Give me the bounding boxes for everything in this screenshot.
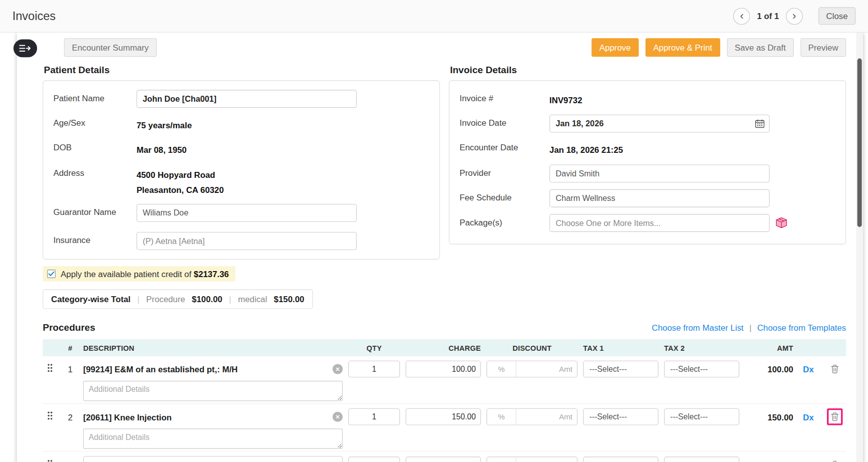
page-title: Invoices bbox=[13, 9, 56, 23]
insurance-label: Insurance bbox=[53, 232, 136, 245]
invoice-details-section: Invoice Details Invoice # INV9732 Invoic… bbox=[449, 65, 846, 260]
credit-amount: $2137.36 bbox=[194, 269, 229, 279]
encounter-date-value: Jan 18, 2026 21:25 bbox=[549, 139, 623, 157]
package-icon[interactable] bbox=[775, 215, 788, 230]
row-number: 1 bbox=[63, 364, 78, 374]
qty-input[interactable] bbox=[348, 361, 400, 378]
delete-procedure-icon[interactable] bbox=[828, 458, 841, 462]
procedure-description: [99214] E&M of an established pt,: M/H bbox=[83, 364, 238, 374]
procedure-description-input[interactable] bbox=[83, 456, 343, 462]
dx-link[interactable]: Dx bbox=[799, 364, 818, 374]
col-tax1: TAX 1 bbox=[583, 343, 659, 352]
patient-name-input[interactable] bbox=[136, 90, 356, 108]
insurance-input[interactable] bbox=[136, 232, 356, 250]
row-amount: 150.00 bbox=[745, 412, 793, 421]
discount-percent-input[interactable] bbox=[487, 409, 516, 424]
procedure-row: 3 ---Select--- ---Select--- 0.00 Dx bbox=[43, 451, 846, 462]
row-amount: 100.00 bbox=[745, 364, 793, 374]
details-columns: Patient Details Patient Name Age/Sex 75 … bbox=[43, 65, 846, 260]
drag-handle-icon[interactable] bbox=[43, 411, 57, 422]
packages-input[interactable] bbox=[549, 214, 769, 232]
chevron-right-icon: › bbox=[792, 10, 796, 21]
invoice-date-label: Invoice Date bbox=[460, 115, 549, 128]
col-qty: QTY bbox=[348, 343, 400, 352]
approve-print-button[interactable]: Approve & Print bbox=[645, 38, 720, 57]
approve-button[interactable]: Approve bbox=[591, 38, 638, 57]
additional-details-textarea[interactable] bbox=[83, 381, 343, 401]
invoice-number-value: INV9732 bbox=[549, 90, 582, 108]
delete-procedure-icon[interactable] bbox=[828, 362, 841, 376]
separator: | bbox=[137, 294, 139, 304]
packages-label: Package(s) bbox=[460, 214, 549, 227]
choose-master-list-link[interactable]: Choose from Master List bbox=[652, 323, 744, 333]
choose-templates-link[interactable]: Choose from Templates bbox=[757, 323, 846, 333]
tax2-select[interactable]: ---Select--- bbox=[664, 456, 739, 462]
app-viewport: Invoices ‹ 1 of 1 › Close Encounter Summ… bbox=[0, 0, 868, 462]
category-amount: $100.00 bbox=[192, 294, 223, 304]
tax1-select[interactable]: ---Select--- bbox=[583, 361, 659, 378]
row-number: 3 bbox=[63, 460, 78, 462]
discount-amount-input[interactable] bbox=[516, 409, 577, 424]
charge-input[interactable] bbox=[405, 456, 481, 462]
discount-percent-input[interactable] bbox=[487, 361, 516, 377]
apply-credit-checkbox[interactable] bbox=[47, 270, 56, 278]
top-bar: Invoices ‹ 1 of 1 › Close bbox=[0, 0, 868, 33]
scrollbar-track[interactable] bbox=[856, 33, 862, 462]
patient-details-card: Patient Name Age/Sex 75 years/male DOB M… bbox=[43, 80, 440, 260]
topbar-controls: ‹ 1 of 1 › Close bbox=[733, 8, 855, 25]
tax1-select[interactable]: ---Select--- bbox=[583, 456, 659, 462]
drag-handle-icon[interactable] bbox=[43, 459, 57, 462]
age-sex-label: Age/Sex bbox=[53, 115, 136, 128]
delete-procedure-icon-highlighted[interactable] bbox=[827, 408, 842, 425]
encounter-summary-button[interactable]: Encounter Summary bbox=[64, 38, 157, 57]
patient-details-section: Patient Details Patient Name Age/Sex 75 … bbox=[43, 65, 440, 260]
discount-group bbox=[487, 408, 578, 425]
remove-procedure-icon[interactable]: ✕ bbox=[333, 412, 343, 422]
row-number: 2 bbox=[63, 412, 78, 421]
dob-label: DOB bbox=[53, 139, 136, 152]
address-value: 4500 Hopyard Road Pleasanton, CA 60320 bbox=[136, 164, 224, 197]
encounter-date-label: Encounter Date bbox=[460, 139, 549, 152]
invoice-details-card: Invoice # INV9732 Invoice Date bbox=[449, 80, 846, 244]
address-line1: 4500 Hopyard Road bbox=[136, 168, 224, 182]
tax1-select[interactable]: ---Select--- bbox=[583, 408, 659, 425]
remove-procedure-icon[interactable]: ✕ bbox=[333, 364, 343, 374]
preview-button[interactable]: Preview bbox=[800, 38, 846, 57]
charge-input[interactable] bbox=[405, 408, 481, 425]
procedure-row: 1 [99214] E&M of an established pt,: M/H… bbox=[43, 356, 846, 404]
dx-link[interactable]: Dx bbox=[799, 412, 818, 421]
fee-schedule-input[interactable] bbox=[549, 189, 769, 207]
next-invoice-button[interactable]: › bbox=[786, 8, 803, 25]
address-label: Address bbox=[53, 164, 136, 177]
discount-percent-input[interactable] bbox=[487, 457, 516, 462]
provider-input[interactable] bbox=[549, 164, 769, 182]
dx-link[interactable]: Dx bbox=[799, 460, 818, 462]
procedures-title: Procedures bbox=[43, 322, 95, 333]
col-tax2: TAX 2 bbox=[664, 343, 739, 352]
expand-panel-button[interactable] bbox=[14, 39, 37, 57]
discount-group bbox=[487, 456, 578, 462]
tax2-select[interactable]: ---Select--- bbox=[664, 361, 739, 378]
category-name: medical bbox=[238, 294, 267, 304]
charge-input[interactable] bbox=[405, 361, 481, 378]
drag-handle-icon[interactable] bbox=[43, 363, 57, 374]
pagination-indicator: 1 of 1 bbox=[757, 11, 779, 21]
save-as-draft-button[interactable]: Save as Draft bbox=[727, 38, 793, 57]
close-button[interactable]: Close bbox=[818, 8, 855, 25]
calendar-icon[interactable] bbox=[755, 119, 765, 130]
qty-input[interactable] bbox=[348, 408, 400, 425]
invoice-panel: Encounter Summary Approve Approve & Prin… bbox=[17, 33, 863, 462]
qty-input[interactable] bbox=[348, 456, 400, 462]
panel-content: Encounter Summary Approve Approve & Prin… bbox=[17, 33, 863, 462]
col-charge: CHARGE bbox=[405, 343, 481, 352]
discount-amount-input[interactable] bbox=[516, 361, 577, 377]
guarantor-input[interactable] bbox=[136, 204, 356, 222]
additional-details-textarea[interactable] bbox=[83, 428, 343, 448]
scrollbar-thumb[interactable] bbox=[857, 59, 862, 227]
apply-credit-row[interactable]: Apply the available patient credit of $2… bbox=[43, 266, 236, 281]
procedure-row: 2 [20611] Knee Injection ✕ ---Select--- … bbox=[43, 404, 846, 451]
discount-amount-input[interactable] bbox=[516, 457, 577, 462]
tax2-select[interactable]: ---Select--- bbox=[664, 408, 739, 425]
prev-invoice-button[interactable]: ‹ bbox=[733, 8, 750, 25]
invoice-date-input[interactable] bbox=[549, 115, 769, 133]
